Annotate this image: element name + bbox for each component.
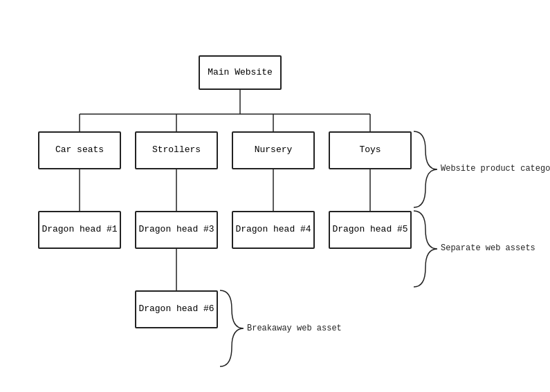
nursery-label: Nursery xyxy=(255,144,293,156)
breakaway-label: Breakaway web asset xyxy=(247,324,342,333)
dragon1-label: Dragon head #1 xyxy=(42,224,117,236)
strollers-label: Strollers xyxy=(152,144,201,156)
assets-label: Separate web assets xyxy=(441,243,535,253)
dragon5-label: Dragon head #5 xyxy=(332,224,407,236)
dragon5-node: Dragon head #5 xyxy=(329,211,412,249)
dragon4-label: Dragon head #4 xyxy=(235,224,311,236)
toys-node: Toys xyxy=(329,131,412,169)
main-website-node: Main Website xyxy=(199,55,282,90)
main-website-label: Main Website xyxy=(208,67,273,79)
dragon6-node: Dragon head #6 xyxy=(135,290,218,328)
dragon1-node: Dragon head #1 xyxy=(38,211,121,249)
carseats-node: Car seats xyxy=(38,131,121,169)
categories-label: Website product categories xyxy=(441,164,550,174)
toys-label: Toys xyxy=(359,144,381,156)
dragon6-label: Dragon head #6 xyxy=(138,304,214,315)
dragon3-node: Dragon head #3 xyxy=(135,211,218,249)
carseats-label: Car seats xyxy=(55,144,104,156)
nursery-node: Nursery xyxy=(232,131,315,169)
dragon3-label: Dragon head #3 xyxy=(138,224,214,236)
strollers-node: Strollers xyxy=(135,131,218,169)
dragon4-node: Dragon head #4 xyxy=(232,211,315,249)
